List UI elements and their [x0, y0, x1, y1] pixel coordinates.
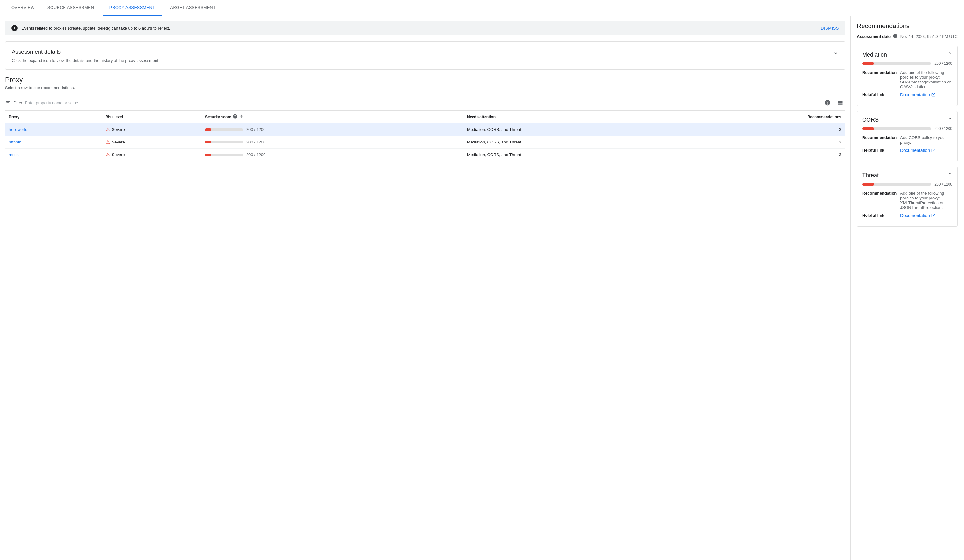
table-row[interactable]: helloworld ⚠ Severe 200 / 1200 Mediation…: [5, 123, 845, 136]
help-icon[interactable]: [822, 98, 832, 108]
assessment-date-info-icon[interactable]: [892, 34, 897, 39]
rec-card-chevron-icon[interactable]: ⌃: [948, 116, 952, 123]
risk-label: Severe: [112, 152, 125, 157]
risk-cell: ⚠ Severe: [106, 126, 197, 132]
rec-card-title: CORS: [862, 117, 879, 123]
col-header-recommendations: Recommendations: [692, 111, 845, 123]
rec-link-row: Helpful link Documentation: [862, 213, 952, 218]
assessment-details-header: Assessment details ⌄: [12, 48, 839, 55]
table-row[interactable]: mock ⚠ Severe 200 / 1200 Mediation, CORS…: [5, 148, 845, 161]
rec-card-title: Mediation: [862, 52, 887, 58]
tab-proxy[interactable]: PROXY ASSESSMENT: [103, 0, 161, 16]
filter-actions: [822, 98, 845, 108]
rec-score-bar-fill: [862, 127, 874, 130]
rec-score-row: 200 / 1200: [862, 61, 952, 66]
risk-cell: ⚠ Severe: [106, 152, 197, 158]
rec-recommendation-value: Add one of the following policies to you…: [900, 191, 952, 210]
proxy-link[interactable]: mock: [9, 152, 19, 157]
rec-score-text: 200 / 1200: [934, 61, 952, 66]
dismiss-button[interactable]: DISMISS: [821, 26, 839, 31]
proxy-table: Proxy Risk level Security score: [5, 111, 845, 161]
score-help-icon[interactable]: [233, 114, 238, 120]
score-text: 200 / 1200: [246, 152, 268, 157]
rec-helpful-link-label: Helpful link: [862, 213, 900, 218]
rec-card-threat: Threat ⌃ 200 / 1200 Recommendation Add o…: [857, 166, 957, 226]
sort-icon[interactable]: [239, 114, 244, 120]
score-bar-fill: [205, 141, 212, 143]
rec-documentation-link[interactable]: Documentation: [900, 213, 936, 218]
col-header-proxy: Proxy: [5, 111, 102, 123]
recommendations-title: Recommendations: [857, 23, 957, 30]
rec-score-text: 200 / 1200: [934, 182, 952, 186]
rec-score-row: 200 / 1200: [862, 126, 952, 131]
score-cell: 200 / 1200: [205, 152, 459, 157]
right-panel: Recommendations Assessment date Nov 14, …: [850, 16, 964, 560]
col-header-needs-attention: Needs attention: [463, 111, 692, 123]
rec-card-chevron-icon[interactable]: ⌃: [948, 51, 952, 58]
rec-documentation-link[interactable]: Documentation: [900, 92, 936, 97]
needs-attention-cell: Mediation, CORS, and Threat: [463, 136, 692, 148]
info-banner: i Events related to proxies (create, upd…: [5, 21, 845, 35]
risk-icon: ⚠: [106, 126, 110, 132]
proxy-section: Proxy Select a row to see recommendation…: [5, 76, 845, 161]
rec-link-row: Helpful link Documentation: [862, 148, 952, 153]
rec-score-bar-fill: [862, 62, 874, 65]
rec-card-chevron-icon[interactable]: ⌃: [948, 172, 952, 179]
rec-recommendation-label: Recommendation: [862, 135, 900, 145]
rec-cards-container: Mediation ⌃ 200 / 1200 Recommendation Ad…: [857, 46, 957, 226]
rec-score-bar-fill: [862, 183, 874, 186]
rec-recommendation-label: Recommendation: [862, 191, 900, 210]
assessment-date-label: Assessment date: [857, 34, 891, 39]
score-text: 200 / 1200: [246, 127, 268, 132]
table-row[interactable]: httpbin ⚠ Severe 200 / 1200 Mediation, C…: [5, 136, 845, 148]
tab-target[interactable]: TARGET ASSESSMENT: [161, 0, 222, 16]
proxy-link[interactable]: httpbin: [9, 140, 21, 145]
main-layout: i Events related to proxies (create, upd…: [0, 16, 964, 560]
filter-label: Filter: [13, 101, 23, 105]
risk-icon: ⚠: [106, 152, 110, 158]
rec-recommendation-row: Recommendation Add one of the following …: [862, 191, 952, 210]
tab-source[interactable]: SOURCE ASSESSMENT: [41, 0, 103, 16]
col-header-risk: Risk level: [102, 111, 201, 123]
proxy-section-subtitle: Select a row to see recommendations.: [5, 85, 845, 90]
rec-card-header: Threat ⌃: [862, 172, 952, 179]
rec-recommendation-row: Recommendation Add one of the following …: [862, 70, 952, 89]
proxy-link[interactable]: helloworld: [9, 127, 28, 132]
score-cell: 200 / 1200: [205, 140, 459, 145]
needs-attention-cell: Mediation, CORS, and Threat: [463, 123, 692, 136]
rec-card-header: Mediation ⌃: [862, 51, 952, 58]
risk-label: Severe: [112, 127, 125, 132]
rec-score-bar: [862, 127, 931, 130]
score-text: 200 / 1200: [246, 140, 268, 145]
rec-link-row: Helpful link Documentation: [862, 92, 952, 97]
rec-recommendation-row: Recommendation Add CORS policy to your p…: [862, 135, 952, 145]
rec-helpful-link-label: Helpful link: [862, 92, 900, 97]
chevron-down-icon[interactable]: ⌄: [833, 48, 839, 55]
rec-card-title: Threat: [862, 172, 879, 179]
score-bar: [205, 128, 243, 131]
columns-icon[interactable]: [835, 98, 845, 108]
assessment-details-section: Assessment details ⌄ Click the expand ic…: [5, 41, 845, 70]
filter-bar: Filter: [5, 95, 845, 111]
col-header-score: Security score: [201, 111, 463, 123]
filter-input[interactable]: [25, 101, 822, 105]
score-bar-fill: [205, 128, 212, 131]
assessment-date-row: Assessment date Nov 14, 2023, 9:51:32 PM…: [857, 34, 957, 39]
risk-label: Severe: [112, 140, 125, 145]
rec-card-mediation: Mediation ⌃ 200 / 1200 Recommendation Ad…: [857, 46, 957, 106]
rec-documentation-link[interactable]: Documentation: [900, 148, 936, 153]
rec-score-bar: [862, 62, 931, 65]
needs-attention-cell: Mediation, CORS, and Threat: [463, 148, 692, 161]
rec-score-row: 200 / 1200: [862, 182, 952, 186]
score-bar-fill: [205, 154, 212, 156]
assessment-details-title: Assessment details: [12, 49, 61, 55]
rec-score-bar: [862, 183, 931, 186]
risk-cell: ⚠ Severe: [106, 139, 197, 145]
score-cell: 200 / 1200: [205, 127, 459, 132]
proxy-section-title: Proxy: [5, 76, 845, 84]
assessment-details-desc: Click the expand icon to view the detail…: [12, 58, 839, 63]
rec-recommendation-label: Recommendation: [862, 70, 900, 89]
recommendations-count-cell: 3: [692, 148, 845, 161]
tab-overview[interactable]: OVERVIEW: [5, 0, 41, 16]
rec-score-text: 200 / 1200: [934, 126, 952, 131]
